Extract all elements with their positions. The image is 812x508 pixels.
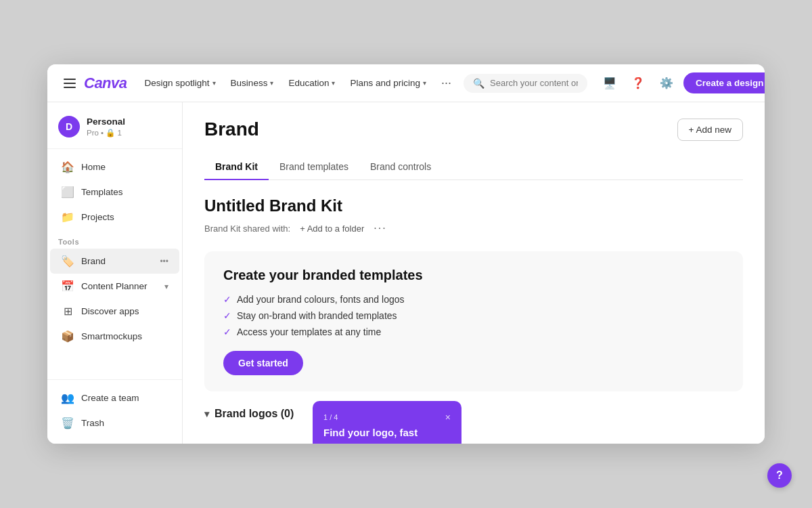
tooltip-card: 1 / 4 × Find your logo, fast Upload your… <box>313 401 461 444</box>
sidebar-item-trash[interactable]: 🗑️ Trash <box>50 410 179 436</box>
sidebar-item-discover-apps[interactable]: ⊞ Discover apps <box>50 299 179 324</box>
search-input[interactable] <box>490 78 578 88</box>
promo-list-item: ✓ Stay on-brand with branded templates <box>223 310 724 321</box>
sidebar-item-smartmockups[interactable]: 📦 Smartmockups <box>50 324 179 349</box>
get-started-button[interactable]: Get started <box>223 351 303 375</box>
search-icon: 🔍 <box>473 78 484 89</box>
settings-icon-btn[interactable]: ⚙️ <box>655 72 678 95</box>
templates-icon: ⬜ <box>61 186 74 198</box>
brand-logos-section: ▾ Brand logos (0) <box>204 408 743 420</box>
promo-card: Create your branded templates ✓ Add your… <box>204 251 743 391</box>
sidebar-user-section: D Personal Pro • 🔒 1 <box>47 110 182 149</box>
tooltip-body: Upload your logo here and it'll be in th… <box>323 442 451 444</box>
content-planner-icon: 📅 <box>61 280 74 293</box>
main-layout: D Personal Pro • 🔒 1 🏠 Home ⬜ Templates … <box>47 102 765 444</box>
nav-links: Design spotlight ▾ Business ▾ Education … <box>138 72 458 94</box>
tab-brand-controls[interactable]: Brand controls <box>359 154 442 180</box>
content-header: Brand + Add new <box>204 119 743 141</box>
create-team-icon: 👥 <box>61 391 74 404</box>
sidebar-user-info: Personal Pro • 🔒 1 <box>87 116 125 137</box>
tooltip-counter: 1 / 4 <box>323 413 338 421</box>
add-to-folder-button[interactable]: + Add to a folder <box>296 222 368 235</box>
sidebar-item-content-planner[interactable]: 📅 Content Planner ▾ <box>50 274 179 299</box>
sidebar-item-templates[interactable]: ⬜ Templates <box>50 179 179 205</box>
sidebar: D Personal Pro • 🔒 1 🏠 Home ⬜ Templates … <box>47 102 183 444</box>
more-options-meta[interactable]: ··· <box>374 222 386 234</box>
nav-education[interactable]: Education ▾ <box>281 74 342 92</box>
sidebar-bottom: 👥 Create a team 🗑️ Trash <box>47 379 182 436</box>
tab-brand-templates[interactable]: Brand templates <box>269 154 359 180</box>
sidebar-item-brand[interactable]: 🏷️ Brand ••• <box>50 249 179 274</box>
help-button[interactable]: ? <box>767 463 792 488</box>
sidebar-item-projects[interactable]: 📁 Projects <box>50 205 179 230</box>
tabs-bar: Brand Kit Brand templates Brand controls <box>204 154 743 180</box>
tools-section-label: Tools <box>47 230 182 249</box>
check-icon: ✓ <box>223 294 231 305</box>
brand-logos-section-wrapper: ▾ Brand logos (0) 1 / 4 × Find your logo… <box>204 408 743 420</box>
chevron-down-icon: ▾ <box>212 79 216 87</box>
chevron-down-icon: ▾ <box>332 79 335 87</box>
sidebar-user-avatar[interactable]: D <box>58 116 80 137</box>
trash-icon: 🗑️ <box>61 417 74 429</box>
promo-list: ✓ Add your brand colours, fonts and logo… <box>223 294 724 337</box>
add-new-button[interactable]: + Add new <box>677 119 743 141</box>
promo-list-item: ✓ Add your brand colours, fonts and logo… <box>223 294 724 305</box>
top-navigation: Canva Design spotlight ▾ Business ▾ Educ… <box>47 64 765 102</box>
promo-card-title: Create your branded templates <box>223 268 724 283</box>
smartmockups-icon: 📦 <box>61 330 74 343</box>
sidebar-item-create-team[interactable]: 👥 Create a team <box>50 385 179 410</box>
chevron-down-icon: ▾ <box>423 79 426 87</box>
nav-business[interactable]: Business ▾ <box>224 74 281 92</box>
content-area: Brand + Add new Brand Kit Brand template… <box>183 102 765 444</box>
collapse-icon: ▾ <box>164 282 168 291</box>
collapse-icon[interactable]: ▾ <box>204 408 209 419</box>
discover-apps-icon: ⊞ <box>61 305 74 318</box>
create-design-button[interactable]: Create a design <box>683 72 765 93</box>
brand-kit-meta: Brand Kit shared with: + Add to a folder… <box>204 222 743 235</box>
tooltip-title: Find your logo, fast <box>323 427 451 438</box>
brand-icon: 🏷️ <box>61 255 74 268</box>
search-bar[interactable]: 🔍 <box>464 74 587 93</box>
sidebar-user-sub: Pro • 🔒 1 <box>87 128 125 138</box>
nav-design-spotlight[interactable]: Design spotlight ▾ <box>138 74 223 92</box>
canva-logo: Canva <box>84 75 127 92</box>
brand-kit-title: Untitled Brand Kit <box>204 196 743 215</box>
promo-list-item: ✓ Access your templates at any time <box>223 326 724 337</box>
more-options-button[interactable]: ··· <box>434 72 458 94</box>
tooltip-close-button[interactable]: × <box>445 412 451 423</box>
monitor-icon-btn[interactable]: 🖥️ <box>598 72 621 95</box>
home-icon: 🏠 <box>61 161 74 173</box>
sidebar-item-home[interactable]: 🏠 Home <box>50 154 179 179</box>
page-title: Brand <box>204 119 259 140</box>
check-icon: ✓ <box>223 310 231 321</box>
help-icon-btn[interactable]: ❓ <box>627 72 650 95</box>
tooltip-header: 1 / 4 × <box>323 412 451 423</box>
nav-icons: 🖥️ ❓ ⚙️ <box>598 72 678 95</box>
hamburger-menu[interactable] <box>61 76 78 91</box>
tab-brand-kit[interactable]: Brand Kit <box>204 154 269 180</box>
chevron-down-icon: ▾ <box>270 79 273 87</box>
sidebar-user-name: Personal <box>87 116 125 128</box>
expand-icon: ••• <box>160 257 168 266</box>
nav-plans-pricing[interactable]: Plans and pricing ▾ <box>343 74 433 92</box>
projects-icon: 📁 <box>61 211 74 224</box>
check-icon: ✓ <box>223 326 231 337</box>
